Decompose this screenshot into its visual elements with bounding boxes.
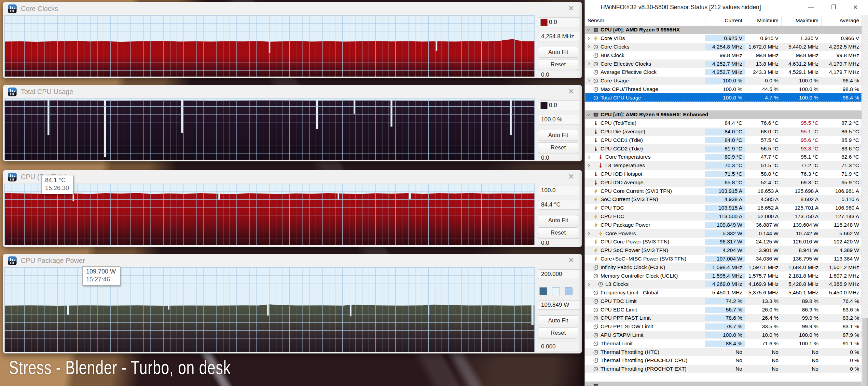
sensor-minimum-value: 4.585 A [745,196,781,202]
reset-button[interactable]: Reset [538,59,578,70]
auto-fit-button[interactable]: Auto Fit [538,130,578,141]
sensor-row[interactable]: Core Clocks4,254.8 MHz1,672.0 MHz5,440.2… [585,43,862,51]
expand-chevron-icon[interactable] [585,36,592,41]
sensor-row[interactable]: L3 Temperatures70.3 °C51.5 °C77.2 °C71.3… [585,161,862,170]
sensor-row[interactable]: Core Effective Clocks4,252.7 MHz13.8 MHz… [585,59,862,68]
reset-button[interactable]: Reset [538,227,578,238]
column-header-average[interactable]: Average [821,15,862,26]
sensor-row[interactable]: CPU (Tctl/Tdie)84.4 °C76.6 °C95.5 °C87.2… [585,119,862,128]
sensor-row[interactable]: Bus Clock99.8 MHz99.8 MHz99.8 MHz99.8 MH… [585,51,862,59]
expand-chevron-icon[interactable] [585,282,592,287]
sensor-row[interactable]: Thermal Throttling (PROCHOT EXT)NoNoNo0 … [585,365,862,373]
scrollbar[interactable] [862,15,868,386]
graph-window-core-clocks[interactable]: Core Clocks ✕ 0.04,254.8 MHzAuto FitRese… [3,2,582,78]
expand-chevron-icon[interactable] [585,79,592,83]
sensor-row[interactable]: CPU Package Power109.849 W36.887 W139.60… [585,221,862,229]
sensor-group-header[interactable] [585,382,862,386]
sensor-row[interactable]: CPU CCD2 (Tdie)81.9 °C56.5 °C93.3 °C83.6… [585,144,862,153]
graph-titlebar[interactable]: CPU Package Power ✕ [3,254,582,267]
sensor-row[interactable]: CPU EDC Limit56.7 %26.0 %86.9 %63.6 % [585,305,862,314]
graph-titlebar[interactable]: Total CPU Usage ✕ [3,85,582,98]
sensor-row[interactable]: CPU CCD1 (Tdie)84.0 °C57.5 °C95.6 °C85.9… [585,136,862,144]
column-header-maximum[interactable]: Maximum [781,15,821,26]
auto-fit-button[interactable]: Auto Fit [538,315,578,326]
sensor-row[interactable]: Thermal Throttling (HTC)NoNoNo0 % [585,348,862,356]
close-icon[interactable]: ✕ [567,256,576,265]
sensor-label: Core Usage [599,78,705,84]
sensor-row[interactable]: Core Usage100.0 %0.0 %100.0 %96.4 % [585,77,862,85]
scrollbar-thumb[interactable] [863,318,868,386]
sensor-row[interactable]: CPU PPT SLOW Limit78.7 %33.5 %99.9 %83.1… [585,322,862,331]
reset-button[interactable]: Reset [538,142,578,153]
sensor-row[interactable]: Average Effective Clock4,252.7 MHz243.3 … [585,68,862,77]
column-header-minimum[interactable]: Minimum [745,15,781,26]
graph-titlebar[interactable]: CPU (Tctl/Tdie) ✕ [3,170,582,184]
sensor-row[interactable]: Total CPU Usage100.0 %4.7 %100.0 %96.4 % [585,93,862,102]
sensor-row[interactable]: CPU Die (average)84.0 °C68.0 °C95.1 °C86… [585,128,862,136]
sensor-row[interactable]: Core Temperatures80.9 °C47.7 °C95.1 °C82… [585,153,862,161]
sensor-row[interactable]: Core+SoC+MISC Power (SVI3 TFN)107.004 W3… [585,255,862,263]
sensor-row[interactable]: CPU PPT FAST Limit78.6 %26.4 %99.9 %83.2… [585,314,862,322]
series-color-swatch[interactable] [540,102,548,109]
expand-chevron-icon[interactable] [585,44,592,49]
sensor-group-header[interactable]: CPU [#0]: AMD Ryzen 9 9955HX: Enhanced [585,110,862,119]
column-header-sensor[interactable]: Sensor [585,15,705,26]
collapse-chevron-icon[interactable] [585,384,592,386]
clock-icon [592,358,599,363]
graph-window-cpu-tctl-tdie[interactable]: CPU (Tctl/Tdie) ✕ 100.084.4 °CAuto FitRe… [3,170,582,247]
sensor-row[interactable]: APU STAPM Limit100.0 %10.0 %100.0 %87.9 … [585,331,862,340]
close-icon[interactable]: ✕ [567,87,576,96]
column-header-current[interactable]: Current [705,15,745,26]
graph-plot-area[interactable] [4,15,535,77]
hwinfo-sensor-window[interactable]: HWiNFO® 32 v8.30-5800 Sensor Status [212… [584,0,868,386]
expand-chevron-icon[interactable] [585,62,592,66]
collapse-chevron-icon[interactable] [585,112,592,117]
sensor-row[interactable]: Core VIDs0.925 V0.915 V1.335 V0.966 V [585,34,862,43]
sensor-row[interactable]: CPU EDC113.500 A52.000 A173.750 A127.143… [585,212,862,221]
hwinfo-titlebar[interactable]: HWiNFO® 32 v8.30-5800 Sensor Status [212… [585,0,868,16]
sensor-row[interactable]: CPU TDC Limit74.2 %13.3 %89.8 %76.4 % [585,297,862,306]
sensor-row[interactable]: Max CPU/Thread Usage100.0 %44.5 %100.0 %… [585,85,862,94]
sensor-row[interactable]: Core Powers5.332 W0.144 W10.742 W5.662 W [585,229,862,238]
graph-titlebar[interactable]: Core Clocks ✕ [3,2,582,15]
graph-window-cpu-package-power[interactable]: CPU Package Power ✕ 200.000109.849 WAuto… [3,254,582,354]
sensor-row[interactable]: Thermal Limit88.4 %71.6 %100.1 %91.1 % [585,339,862,348]
maximize-button[interactable]: ❐ [823,0,844,15]
sensor-group-header[interactable]: CPU [#0]: AMD Ryzen 9 9955HX [585,26,862,34]
sensor-row[interactable]: CPU Core Power (SVI3 TFN)96.317 W24.125 … [585,238,862,246]
close-icon[interactable]: ✕ [567,172,576,181]
sensor-row[interactable]: CPU IOD Hotspot71.5 °C58.0 °C76.3 °C71.9… [585,170,862,178]
expand-chevron-icon[interactable] [585,231,592,236]
sensor-row[interactable]: Memory Controller Clock (UCLK)1,595.4 MH… [585,271,862,280]
legend-swatch[interactable] [539,287,547,295]
graph-plot-area[interactable] [4,184,535,245]
auto-fit-button[interactable]: Auto Fit [538,47,578,58]
sensor-current-value: 96.317 W [705,239,745,245]
close-button[interactable]: ✕ [844,0,866,15]
sensor-row[interactable]: Thermal Throttling (PROCHOT CPU)NoNoNo0 … [585,356,862,365]
sensor-average-value: 76.4 % [821,298,862,304]
collapse-chevron-icon[interactable] [585,27,592,32]
expand-chevron-icon[interactable] [585,155,592,159]
sensor-minimum-value: 76.6 °C [745,120,781,126]
sensor-row[interactable]: CPU TDC103.915 A18.652 A125.701 A106.960… [585,204,862,212]
series-color-swatch[interactable] [540,19,548,26]
sensor-row[interactable]: CPU SoC Power (SVI3 TFN)4.204 W3.901 W8.… [585,246,862,255]
graph-window-total-cpu-usage[interactable]: Total CPU Usage ✕ 0.0100.0 %Auto FitRese… [3,85,582,161]
sensor-row[interactable]: Frequency Limit - Global5,450.1 MHz5,375… [585,289,862,297]
sensor-maximum-value: 95.5 °C [781,120,821,126]
sensor-row[interactable]: CPU IOD Average65.8 °C52.4 °C69.3 °C65.9… [585,178,862,187]
legend-swatch[interactable] [552,287,560,295]
sensor-row[interactable]: Infinity Fabric Clock (FCLK)1,598.4 MHz1… [585,263,862,271]
sensor-row[interactable]: L3 Clocks4,269.0 MHz4,169.9 MHz5,428.8 M… [585,280,862,289]
reset-button[interactable]: Reset [538,328,578,338]
auto-fit-button[interactable]: Auto Fit [538,215,578,226]
sensor-row[interactable]: SoC Current (SVI3 TFN)4.938 A4.585 A8.60… [585,195,862,204]
legend-swatch[interactable] [565,287,573,295]
minimize-button[interactable]: — [800,0,822,15]
sensor-row[interactable]: CPU Core Current (SVI3 TFN)103.915 A18.6… [585,187,862,195]
graph-plot-area[interactable] [4,98,535,160]
expand-chevron-icon[interactable] [585,163,592,168]
sensor-table-header[interactable]: Sensor Current Minimum Maximum Average [585,15,862,26]
close-icon[interactable]: ✕ [567,4,576,13]
